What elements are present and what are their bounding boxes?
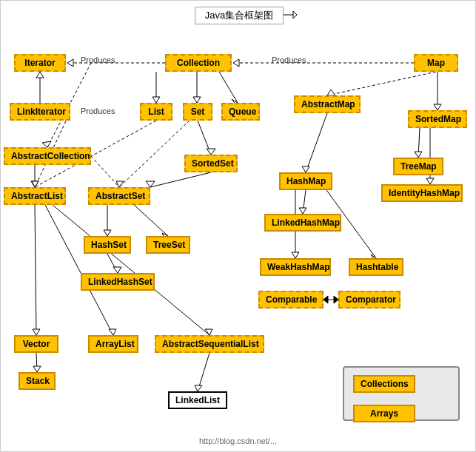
title-node: Java集合框架图 bbox=[195, 7, 284, 24]
set-node: Set bbox=[183, 103, 212, 121]
svg-marker-24 bbox=[42, 141, 51, 147]
svg-marker-36 bbox=[426, 178, 434, 184]
svg-marker-57 bbox=[205, 329, 212, 335]
abstractlist-node: AbstractList bbox=[4, 187, 66, 205]
arrays-node: Arrays bbox=[353, 405, 415, 422]
abstractsequentiallist-node: AbstractSequentialList bbox=[155, 335, 264, 353]
linkedlist-node: LinkedList bbox=[168, 391, 227, 409]
collection-node: Collection bbox=[165, 54, 232, 72]
svg-marker-26 bbox=[207, 149, 215, 155]
sortedset-node: SortedSet bbox=[184, 155, 238, 172]
svg-marker-64 bbox=[32, 181, 38, 187]
hashmap-node: HashMap bbox=[279, 172, 332, 190]
map-node: Map bbox=[414, 54, 458, 72]
svg-line-2 bbox=[293, 11, 297, 15]
produces-label-1: Produces bbox=[81, 55, 115, 64]
svg-marker-30 bbox=[146, 181, 155, 187]
svg-marker-38 bbox=[104, 230, 111, 236]
svg-line-39 bbox=[134, 205, 168, 236]
svg-line-31 bbox=[306, 113, 327, 172]
abstractset-node: AbstractSet bbox=[88, 187, 150, 205]
svg-line-27 bbox=[119, 121, 190, 187]
svg-marker-28 bbox=[116, 181, 124, 187]
svg-line-47 bbox=[107, 254, 118, 273]
svg-marker-32 bbox=[302, 166, 309, 172]
svg-line-22 bbox=[91, 156, 119, 187]
collections-node: Collections bbox=[353, 375, 415, 393]
linkedhashset-node: LinkedHashSet bbox=[81, 273, 155, 291]
svg-line-52 bbox=[35, 205, 36, 335]
svg-line-56 bbox=[53, 205, 209, 335]
url-text: http://blog.csdn.net/... bbox=[199, 436, 277, 445]
svg-marker-15 bbox=[36, 72, 44, 78]
queue-node: Queue bbox=[221, 103, 260, 121]
svg-line-54 bbox=[45, 205, 113, 335]
svg-line-58 bbox=[36, 353, 37, 372]
svg-line-16 bbox=[327, 72, 436, 95]
abstractmap-node: AbstractMap bbox=[294, 95, 361, 113]
svg-marker-55 bbox=[109, 329, 116, 335]
list-node: List bbox=[140, 103, 172, 121]
svg-marker-5 bbox=[67, 59, 73, 67]
comparable-node: Comparable bbox=[258, 291, 324, 308]
stack-node: Stack bbox=[19, 372, 56, 390]
comparator-node: Comparator bbox=[338, 291, 400, 308]
identityhashmap-node: IdentityHashMap bbox=[381, 184, 463, 202]
svg-marker-9 bbox=[152, 97, 160, 103]
svg-marker-44 bbox=[292, 252, 299, 258]
svg-marker-17 bbox=[327, 90, 335, 95]
sortedmap-node: SortedMap bbox=[408, 110, 467, 128]
hashtable-node: Hashtable bbox=[349, 258, 403, 276]
svg-marker-7 bbox=[233, 59, 239, 67]
hashset-node: HashSet bbox=[84, 236, 131, 254]
svg-line-29 bbox=[150, 172, 211, 187]
svg-line-3 bbox=[293, 15, 297, 18]
svg-line-33 bbox=[418, 128, 420, 158]
svg-marker-51 bbox=[324, 296, 328, 303]
treemap-node: TreeMap bbox=[393, 158, 443, 175]
vector-node: Vector bbox=[14, 335, 58, 353]
svg-marker-19 bbox=[434, 104, 441, 110]
iterator-node: Iterator bbox=[14, 54, 66, 72]
svg-marker-59 bbox=[33, 366, 41, 372]
svg-line-41 bbox=[303, 190, 306, 214]
svg-marker-61 bbox=[195, 385, 202, 391]
weakhashmap-node: WeakHashMap bbox=[260, 258, 331, 276]
svg-line-60 bbox=[198, 353, 209, 391]
abstractcollection-node: AbstractCollection bbox=[4, 147, 91, 165]
produces-label-3: Produces bbox=[81, 107, 115, 115]
svg-marker-11 bbox=[193, 97, 201, 103]
svg-marker-42 bbox=[299, 208, 306, 214]
diagram-container: Java集合框架图 Produces Produces Produces Ite… bbox=[0, 0, 476, 452]
svg-line-12 bbox=[219, 72, 238, 103]
svg-line-25 bbox=[198, 121, 211, 155]
linkiterator-node: LinkIterator bbox=[10, 103, 70, 121]
arraylist-node: ArrayList bbox=[88, 335, 138, 353]
produces-label-2: Produces bbox=[272, 55, 306, 64]
legend-box: Collections Arrays bbox=[343, 366, 460, 421]
svg-marker-21 bbox=[31, 181, 38, 187]
svg-marker-48 bbox=[113, 267, 121, 273]
svg-marker-34 bbox=[415, 152, 422, 158]
treeset-node: TreeSet bbox=[146, 236, 190, 254]
svg-marker-53 bbox=[33, 329, 40, 335]
linkedhashmap-node: LinkedHashMap bbox=[264, 214, 341, 232]
